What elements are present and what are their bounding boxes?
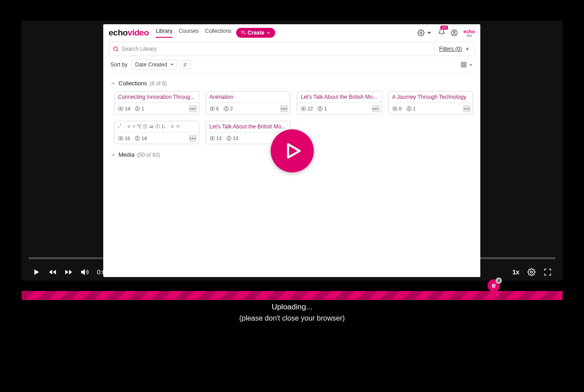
duration: 27:15	[111, 269, 127, 276]
collection-stats: 141	[114, 102, 199, 114]
svg-marker-44	[66, 270, 69, 275]
collection-menu-button[interactable]: •••	[189, 135, 197, 142]
svg-marker-42	[53, 270, 56, 275]
collection-menu-button[interactable]: •••	[280, 105, 288, 112]
video-controls: 0:00/27:15 1x	[22, 263, 562, 281]
app-header: echovideo Library Courses Collections Cr…	[103, 24, 480, 39]
time-display: 0:00/27:15	[97, 269, 127, 276]
chevron-down-icon	[469, 62, 473, 67]
svg-rect-13	[461, 65, 463, 67]
collection-card[interactable]: Animation62•••	[206, 91, 291, 115]
logo-part-video: video	[127, 28, 149, 37]
logo-part-echo: echo	[109, 28, 127, 37]
user-count: 2	[224, 106, 233, 111]
media-icon	[210, 136, 215, 141]
svg-point-0	[420, 32, 422, 34]
svg-point-3	[453, 31, 455, 33]
collection-card[interactable]: Let's Talk About the British Mo...221•••	[297, 91, 382, 115]
user-count: 1	[135, 106, 144, 111]
grid-view-icon	[461, 62, 467, 68]
sort-select[interactable]: Date Created	[131, 60, 177, 70]
media-count: (50 of 82)	[137, 152, 160, 158]
collection-card[interactable]: Connecting Innovation Throug...141•••	[114, 91, 199, 115]
fast-forward-button[interactable]	[65, 268, 73, 276]
filters-label: Filters (0)	[439, 46, 462, 52]
collections-section-header[interactable]: Collections (6 of 6)	[103, 77, 480, 89]
collection-title: Animation	[206, 92, 290, 102]
app-logo[interactable]: echovideo	[109, 28, 149, 38]
settings-button[interactable]	[527, 268, 536, 276]
nav-tabs: Library Courses Collections	[156, 28, 231, 38]
playback-speed-button[interactable]: 1x	[512, 269, 519, 276]
user-count: 14	[135, 136, 147, 141]
svg-marker-41	[49, 270, 53, 275]
svg-point-22	[225, 107, 227, 109]
view-switch[interactable]	[461, 62, 473, 68]
chevron-up-icon	[110, 81, 116, 86]
svg-marker-20	[212, 108, 213, 109]
svg-point-4	[114, 47, 117, 50]
rewind-button[interactable]	[48, 268, 57, 276]
svg-marker-40	[35, 269, 40, 275]
volume-button[interactable]	[81, 268, 89, 276]
collection-stats: 81	[389, 102, 473, 114]
svg-marker-24	[303, 108, 304, 109]
search-input[interactable]	[122, 46, 430, 52]
media-icon	[118, 136, 123, 141]
filters-button[interactable]: Filters (0)	[434, 42, 474, 56]
user-icon	[135, 106, 140, 111]
upload-progress-bar	[22, 291, 562, 300]
settings-dropdown[interactable]	[417, 29, 433, 36]
magic-wand-icon	[241, 30, 246, 35]
search-box[interactable]	[109, 46, 434, 52]
play-button[interactable]	[32, 268, 40, 276]
create-button[interactable]: Create	[236, 28, 275, 38]
svg-marker-43	[69, 270, 72, 275]
svg-marker-32	[120, 137, 122, 139]
tab-courses[interactable]: Courses	[179, 28, 199, 38]
fullscreen-button[interactable]	[544, 268, 552, 276]
collection-title: A Journey Through Technology	[389, 92, 473, 102]
big-play-button[interactable]	[271, 129, 314, 172]
svg-marker-36	[212, 137, 213, 139]
tab-library[interactable]: Library	[156, 28, 172, 38]
upload-line2: (please don't close your browser)	[22, 314, 562, 322]
svg-point-26	[320, 107, 321, 109]
svg-rect-12	[464, 62, 466, 64]
user-count: 1	[317, 106, 327, 111]
collection-menu-button[interactable]: •••	[372, 105, 380, 112]
notifications-button[interactable]: 225	[438, 28, 445, 37]
mini-logo[interactable]: echo 360	[463, 29, 475, 37]
sort-value: Date Created	[135, 62, 167, 68]
chevron-down-icon	[266, 31, 271, 35]
plus-icon	[465, 46, 470, 52]
svg-line-5	[117, 50, 119, 52]
item-count: 13	[210, 136, 222, 141]
collection-menu-button[interactable]: •••	[463, 105, 471, 112]
user-icon	[317, 106, 323, 111]
svg-marker-28	[395, 108, 396, 109]
tab-collections[interactable]: Collections	[205, 28, 232, 38]
user-icon	[224, 106, 229, 111]
collection-title: Let's Talk About the British Mo...	[297, 92, 382, 102]
sort-label: Sort by	[110, 62, 127, 68]
search-icon	[113, 46, 119, 52]
collection-card[interactable]: A Journey Through Technology81•••	[388, 91, 474, 115]
media-icon	[118, 106, 123, 111]
user-icon	[135, 136, 140, 141]
collection-title: Let's Talk About the British Mo...	[206, 121, 290, 132]
media-icon	[210, 106, 215, 111]
collection-card[interactable]: ₊˚ ‧ ✩ ୨ *( ⓛ ω ⓛ )₊ ‧ ✩ ୨:1614•••	[114, 121, 199, 144]
collection-stats: 221	[297, 102, 382, 114]
echo-badge-letter: e	[492, 282, 496, 290]
echo-badge[interactable]: e 4	[487, 279, 500, 292]
create-label: Create	[248, 30, 264, 36]
user-icon	[226, 136, 232, 141]
collection-stats: 1614	[114, 132, 199, 144]
collection-menu-button[interactable]: •••	[189, 105, 197, 112]
svg-marker-45	[82, 270, 85, 275]
progress-bar[interactable]	[29, 257, 555, 259]
search-filter-row: Filters (0)	[109, 42, 475, 56]
sort-direction-button[interactable]	[180, 60, 191, 69]
user-icon[interactable]	[451, 29, 458, 36]
